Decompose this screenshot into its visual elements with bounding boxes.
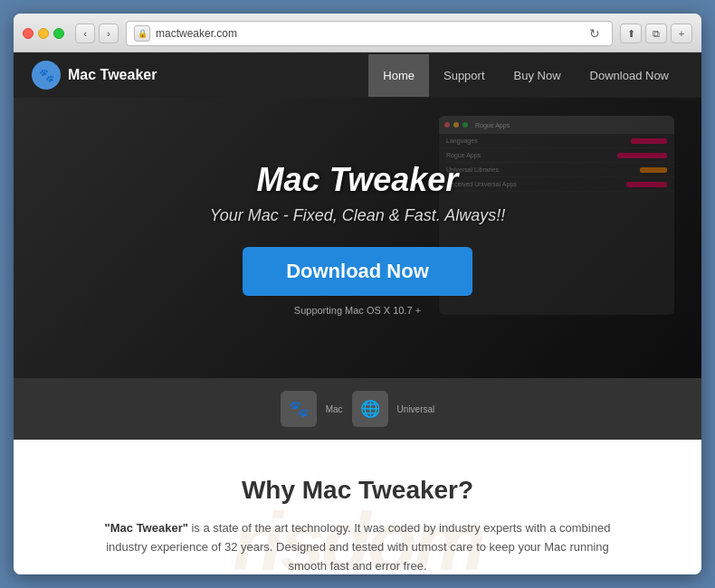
why-section: risdom Why Mac Tweaker? "Mac Tweaker" is… [14,440,701,574]
nav-download[interactable]: Download Now [576,54,683,97]
dot-red [444,122,450,128]
close-button[interactable] [23,28,33,39]
nav-support[interactable]: Support [429,54,500,97]
nav-links: Home Support Buy Now Download Now [368,54,683,97]
hero-support-text: Supporting Mac OS X 10.7 + [210,305,505,316]
site-logo: 🐾 Mac Tweaker [32,61,368,90]
page-icon: 🔒 [134,25,150,42]
fake-bar-4 [626,182,667,187]
mac-badge-icon: 🐾 [281,391,317,427]
nav-buttons: ‹ › [75,24,119,43]
fake-bar-1 [631,138,667,144]
fake-label-2: Rogue Apps [446,152,617,158]
share-button[interactable]: ⬆ [620,24,642,43]
hero-download-button[interactable]: Download Now [243,247,472,296]
screenshot-bar: Rogue Apps [439,116,674,134]
logo-text: Mac Tweaker [68,67,157,83]
universal-badge-label: Universal [397,404,435,414]
address-bar[interactable]: 🔒 mactweaker.com ↻ [126,21,613,46]
refresh-button[interactable]: ↻ [585,24,605,43]
hero-title: Mac Tweaker [210,161,505,199]
logo-icon: 🐾 [32,61,61,90]
forward-button[interactable]: › [99,24,119,43]
fake-label-1: Languages [446,138,631,144]
plus-button[interactable]: + [671,24,692,43]
fake-bar-2 [617,153,667,158]
fake-row-1: Languages [439,134,674,148]
browser-content: 🐾 Mac Tweaker Home Support Buy Now Downl… [14,52,701,574]
mac-badge-label: Mac [326,404,343,414]
why-title: Why Mac Tweaker? [68,476,647,505]
hero-content: Mac Tweaker Your Mac - Fixed, Clean & Fa… [210,161,505,316]
traffic-lights [23,28,64,39]
minimize-button[interactable] [38,28,49,39]
tab-button[interactable]: ⧉ [645,24,667,43]
toolbar-right: ⬆ ⧉ + [620,24,692,43]
badge-section: 🐾 Mac 🌐 Universal [14,378,701,440]
back-button[interactable]: ‹ [75,24,95,43]
address-text: mactweaker.com [156,27,585,40]
site-nav: 🐾 Mac Tweaker Home Support Buy Now Downl… [14,52,701,98]
dot-yellow [453,122,459,128]
hero-subtitle: Your Mac - Fixed, Clean & Fast. Always!! [210,206,505,225]
nav-buy[interactable]: Buy Now [500,54,576,97]
why-description: "Mac Tweaker" is a state of the art tech… [86,519,629,574]
universal-badge-icon: 🌐 [352,391,388,427]
nav-home[interactable]: Home [368,54,429,97]
dot-green [462,122,468,128]
why-brand-name: "Mac Tweaker" [105,521,188,535]
browser-titlebar: ‹ › 🔒 mactweaker.com ↻ ⬆ ⧉ + [14,14,701,52]
fake-bar-3 [640,167,667,173]
maximize-button[interactable] [53,28,64,39]
hero-section: Rogue Apps Languages Rogue Apps Universa… [14,98,701,378]
screenshot-title: Rogue Apps [475,122,510,128]
browser-window: ‹ › 🔒 mactweaker.com ↻ ⬆ ⧉ + 🐾 Mac Tweak… [14,14,701,574]
